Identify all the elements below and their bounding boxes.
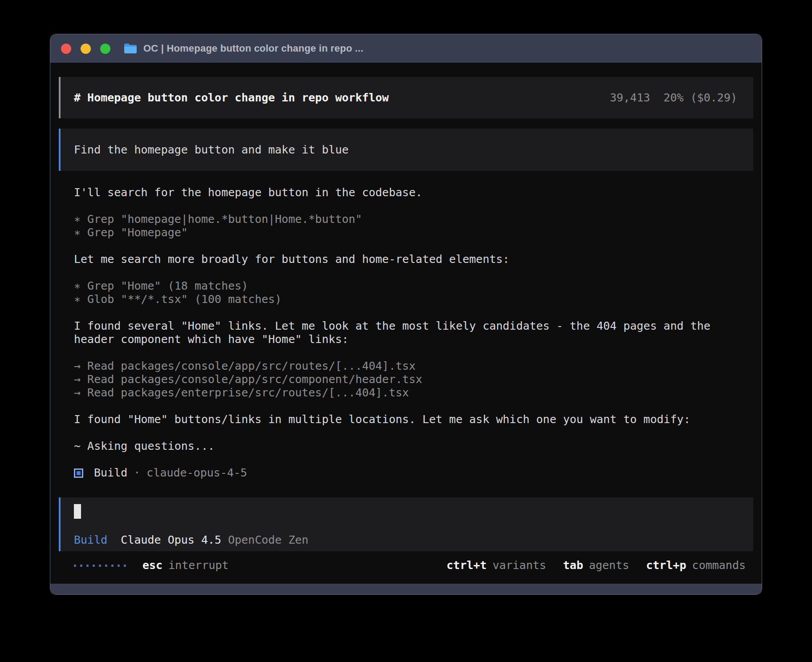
agent-name: Build [94,466,127,480]
session-cost: ($0.29) [690,91,737,104]
tool-call-read: → Read packages/enterprise/src/routes/[.… [74,386,753,400]
agents-label: agents [589,559,629,572]
assistant-text: header component which have "Home" links… [74,333,753,346]
agent-model: claude-opus-4-5 [146,466,247,480]
shortcut-commands: ctrl+p commands [646,559,746,572]
shortcut-agents: tab agents [563,559,629,572]
text-cursor [74,504,81,519]
traffic-lights [61,44,110,54]
user-message-text: Find the homepage button and make it blu… [74,143,349,157]
token-count: 39,413 [610,91,650,104]
ctrl-t-key: ctrl+t [447,559,487,572]
context-percent: 20% [663,91,683,104]
close-button[interactable] [61,44,71,54]
agent-build-icon [74,468,83,478]
session-title: # Homepage button color change in repo w… [74,91,389,105]
assistant-text: Let me search more broadly for buttons a… [74,253,753,266]
working-status: ~ Asking questions... [74,440,753,453]
model-name: Claude Opus 4.5 [121,533,221,547]
ctrl-p-key: ctrl+p [646,559,686,572]
tab-key: tab [563,559,583,572]
status-bar: esc interrupt ctrl+t variants tab agents… [59,559,753,572]
mode-label: Build [74,533,107,547]
dot-separator: · [134,466,140,480]
title-group: OC | Homepage button color change in rep… [124,43,363,54]
assistant-text: I found "Home" buttons/links in multiple… [74,413,753,426]
window-title: OC | Homepage button color change in rep… [143,43,363,54]
spinner-dots [74,565,126,567]
window-footer [50,584,762,594]
session-stats: 39,41320%($0.29) [610,91,737,105]
status-left: esc interrupt [74,559,229,572]
session-header: # Homepage button color change in repo w… [59,77,753,118]
assistant-text: I found several "Home" links. Let me loo… [74,319,753,333]
tool-call-grep: ∗ Grep "Home" (18 matches) [74,279,753,293]
variants-label: variants [492,559,546,572]
terminal-content: # Homepage button color change in repo w… [50,63,762,585]
titlebar[interactable]: OC | Homepage button color change in rep… [50,34,762,63]
tool-call-read: → Read packages/console/app/src/componen… [74,373,753,386]
zoom-button[interactable] [100,44,110,54]
tool-call-grep: ∗ Grep "Homepage" [74,226,753,239]
minimize-button[interactable] [81,44,91,54]
tool-call-glob: ∗ Glob "**/*.tsx" (100 matches) [74,293,753,306]
esc-key: esc [142,559,162,572]
tool-call-read: → Read packages/console/app/src/routes/[… [74,359,753,373]
prompt-input[interactable]: Build Claude Opus 4.5 OpenCode Zen [59,497,753,551]
status-right: ctrl+t variants tab agents ctrl+p comman… [447,559,746,572]
esc-label: interrupt [168,559,228,572]
commands-label: commands [692,559,746,572]
provider-name: OpenCode Zen [228,533,309,547]
shortcut-variants: ctrl+t variants [447,559,546,572]
folder-icon [124,43,137,54]
assistant-transcript: I'll search for the homepage button in t… [59,186,753,480]
user-message: Find the homepage button and make it blu… [59,129,753,171]
terminal-window: OC | Homepage button color change in rep… [50,34,762,595]
shortcut-interrupt: esc interrupt [142,559,229,572]
tool-call-grep: ∗ Grep "homepage|home.*button|Home.*butt… [74,213,753,226]
assistant-text: I'll search for the homepage button in t… [74,186,753,199]
agent-attribution: Build · claude-opus-4-5 [74,466,753,480]
input-meta: Build Claude Opus 4.5 OpenCode Zen [74,533,740,547]
